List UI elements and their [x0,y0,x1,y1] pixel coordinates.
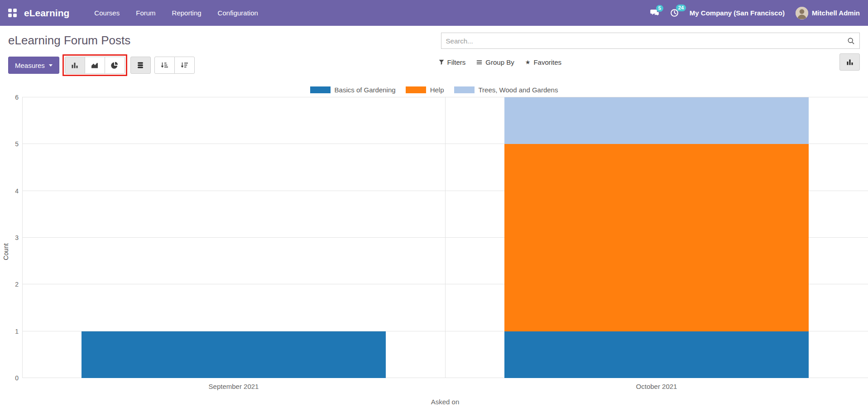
pie-chart-button[interactable] [105,57,125,74]
activities-button[interactable]: 24 [670,9,679,17]
menu-item-forum[interactable]: Forum [129,5,162,21]
menu-item-reporting[interactable]: Reporting [165,5,208,21]
filter-funnel-icon [439,59,444,65]
company-switcher[interactable]: My Company (San Francisco) [690,9,785,17]
sort-group [154,57,195,74]
view-switcher [839,53,860,71]
y-tick-label: 0 [1,375,19,381]
pie-chart-icon [111,62,118,69]
legend-item[interactable]: Trees, Wood and Gardens [454,86,558,94]
user-name: Mitchell Admin [812,9,860,17]
legend-item[interactable]: Help [406,86,444,94]
legend-item[interactable]: Basics of Gardening [310,86,396,94]
top-navbar: eLearning Courses Forum Reporting Config… [0,0,868,26]
activities-badge: 24 [676,5,686,11]
sort-descending-button[interactable] [174,57,195,74]
header-row: eLearning Forum Posts [0,26,868,49]
bar-segment[interactable] [82,331,386,378]
line-chart-button[interactable] [85,57,105,74]
search-input[interactable] [441,33,860,49]
apps-grid-icon[interactable] [8,9,17,17]
highlight-annotation [62,54,127,76]
stacked-toggle-button[interactable] [130,57,151,74]
navbar-right: 5 24 My Company (San Francisco) Mitchell… [650,7,860,19]
messages-button[interactable]: 5 [650,9,659,17]
bar-segment[interactable] [504,144,809,331]
chart-legend: Basics of GardeningHelpTrees, Wood and G… [0,86,868,94]
main-menu: Courses Forum Reporting Configuration [87,5,264,21]
y-tick-label: 1 [1,328,19,335]
group-by-icon [476,59,482,65]
menu-item-configuration[interactable]: Configuration [211,5,265,21]
y-tick-label: 6 [1,94,19,101]
chart-area: Count 0123456September 2021October 2021 … [0,97,868,406]
star-icon: ★ [525,59,531,65]
bar-chart-icon [71,62,78,69]
favorites-button[interactable]: ★ Favorites [521,53,566,71]
stacked-icon [137,62,144,69]
legend-swatch [406,86,426,93]
bar-segment[interactable] [504,97,809,144]
x-tick-label: September 2021 [209,383,259,390]
control-panel: Measures [0,49,868,77]
sort-ascending-icon [161,62,168,69]
bar-chart-button[interactable] [65,57,85,74]
favorites-label: Favorites [533,58,561,66]
avatar [796,7,808,19]
graph-view-icon [846,58,854,66]
user-menu[interactable]: Mitchell Admin [796,7,860,19]
page-title: eLearning Forum Posts [8,34,130,48]
search-filter-controls: Filters Group By ★ Favorites [434,53,566,71]
legend-label: Basics of Gardening [335,86,396,94]
measures-button[interactable]: Measures [8,57,59,74]
graph-view-button[interactable] [839,53,860,71]
group-by-label: Group By [485,58,514,66]
legend-swatch [454,86,475,93]
gridline-vertical [22,97,23,378]
x-axis-title: Asked on [22,398,868,406]
y-tick-label: 3 [1,235,19,241]
plot-area: 0123456September 2021October 2021 [22,97,868,378]
messages-badge: 5 [656,5,663,12]
search-button[interactable] [844,35,857,47]
gridline-vertical [445,97,446,378]
legend-label: Help [430,86,444,94]
search-icon [847,37,855,45]
filters-label: Filters [447,58,466,66]
x-tick-label: October 2021 [636,383,677,390]
measures-label: Measures [15,62,45,69]
search-box [441,33,860,49]
chevron-down-icon [49,64,53,67]
y-tick-label: 5 [1,141,19,147]
bar-segment[interactable] [504,331,809,378]
app-brand[interactable]: eLearning [24,8,69,19]
menu-item-courses[interactable]: Courses [87,5,126,21]
y-tick-label: 4 [1,188,19,194]
area-chart-icon [91,62,98,69]
sort-ascending-button[interactable] [154,57,175,74]
legend-swatch [310,86,331,93]
y-tick-label: 2 [1,281,19,287]
legend-label: Trees, Wood and Gardens [479,86,558,94]
y-axis-title: Count [2,243,10,260]
group-by-button[interactable]: Group By [472,53,518,71]
sort-descending-icon [181,62,188,69]
filters-button[interactable]: Filters [434,53,470,71]
chart-type-group [65,57,125,74]
